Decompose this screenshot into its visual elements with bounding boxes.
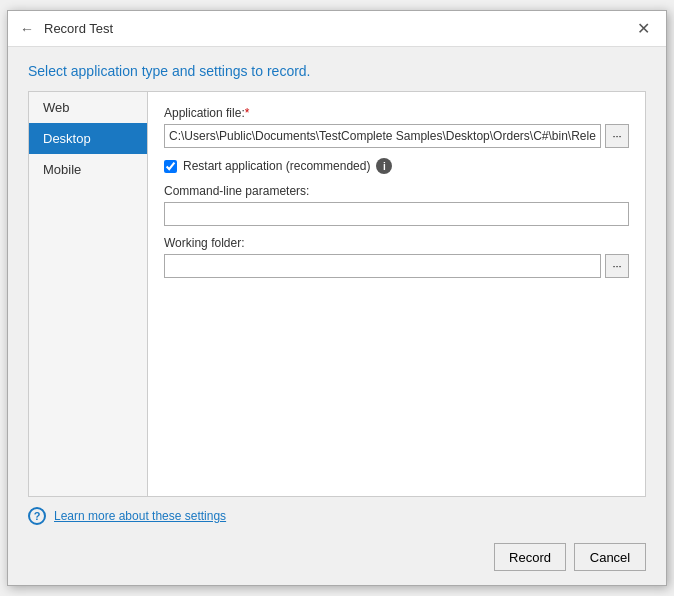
working-folder-row: ···: [164, 254, 629, 278]
cmdline-section: Command-line parameters:: [164, 184, 629, 226]
title-bar-left: ← Record Test: [20, 21, 113, 37]
required-star: *: [245, 106, 250, 120]
restart-checkbox-row: Restart application (recommended) i: [164, 158, 629, 174]
record-button[interactable]: Record: [494, 543, 566, 571]
application-file-label: Application file:*: [164, 106, 629, 120]
button-bar: Record Cancel: [8, 535, 666, 585]
restart-info-icon: i: [376, 158, 392, 174]
dialog-subtitle: Select application type and settings to …: [8, 47, 666, 91]
working-folder-input[interactable]: [164, 254, 601, 278]
dialog-title: Record Test: [44, 21, 113, 36]
sidebar-item-mobile[interactable]: Mobile: [29, 154, 147, 185]
restart-label: Restart application (recommended): [183, 159, 370, 173]
close-button[interactable]: ✕: [633, 19, 654, 39]
sidebar-item-desktop[interactable]: Desktop: [29, 123, 147, 154]
working-folder-section: Working folder: ···: [164, 236, 629, 278]
help-icon: ?: [28, 507, 46, 525]
title-bar: ← Record Test ✕: [8, 11, 666, 47]
cmdline-row: [164, 202, 629, 226]
cancel-button[interactable]: Cancel: [574, 543, 646, 571]
content-area: Web Desktop Mobile Application file:* ··…: [8, 91, 666, 497]
application-file-section: Application file:* ···: [164, 106, 629, 148]
sidebar: Web Desktop Mobile: [28, 91, 148, 497]
restart-checkbox[interactable]: [164, 160, 177, 173]
cmdline-input[interactable]: [164, 202, 629, 226]
cmdline-label: Command-line parameters:: [164, 184, 629, 198]
application-file-browse-button[interactable]: ···: [605, 124, 629, 148]
sidebar-item-web[interactable]: Web: [29, 92, 147, 123]
main-panel: Application file:* ··· Restart applicati…: [148, 91, 646, 497]
learn-more-link[interactable]: Learn more about these settings: [54, 509, 226, 523]
working-folder-browse-button[interactable]: ···: [605, 254, 629, 278]
dialog: ← Record Test ✕ Select application type …: [7, 10, 667, 586]
back-button[interactable]: ←: [20, 21, 34, 37]
footer-link-area: ? Learn more about these settings: [8, 497, 666, 535]
application-file-input[interactable]: [164, 124, 601, 148]
application-file-row: ···: [164, 124, 629, 148]
working-folder-label: Working folder:: [164, 236, 629, 250]
